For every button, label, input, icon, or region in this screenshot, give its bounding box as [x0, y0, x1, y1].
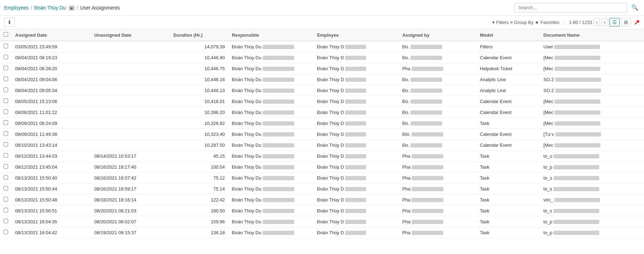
table-row: 08/13/2021 15:50:44 08/16/2021 18:59:17 …	[0, 183, 644, 194]
redacted-text	[412, 220, 443, 224]
list-view-button[interactable]: ☰	[609, 18, 620, 26]
row-checkbox[interactable]	[4, 142, 8, 147]
redacted-text	[263, 198, 294, 202]
redacted-text	[554, 45, 600, 49]
prev-page-button[interactable]: ‹	[594, 18, 600, 26]
unassigned-date-cell: 08/16/2021 18:59:17	[91, 183, 170, 194]
col-assigned-by[interactable]: Assigned by	[399, 29, 476, 41]
search-button[interactable]: 🔍	[630, 3, 640, 12]
col-employee[interactable]: Employee	[314, 29, 399, 41]
person-name-badge: ■	[69, 6, 75, 11]
row-checkbox[interactable]	[4, 186, 8, 190]
redacted-text	[345, 56, 366, 60]
col-responsible[interactable]: Responsible	[229, 29, 314, 41]
row-checkbox[interactable]	[4, 175, 8, 180]
col-assigned-date[interactable]: Assigned Date	[12, 29, 91, 41]
row-checkbox[interactable]	[4, 87, 8, 92]
assigned-by-cell: Đo.	[399, 41, 476, 52]
row-checkbox-cell[interactable]	[0, 205, 12, 216]
row-checkbox[interactable]	[4, 120, 8, 125]
col-duration[interactable]: Duration (Hr.)	[170, 29, 228, 41]
redacted-text	[263, 110, 294, 115]
assigned-date-cell: 08/06/2021 11:01:22	[12, 107, 91, 118]
redacted-text	[554, 231, 599, 235]
row-checkbox[interactable]	[4, 98, 8, 103]
row-checkbox-cell[interactable]	[0, 216, 12, 227]
row-checkbox-cell[interactable]	[0, 107, 12, 118]
assigned-date-cell: 08/09/2021 11:49:38	[12, 129, 91, 140]
grid-view-button[interactable]: ⊞	[621, 18, 631, 26]
row-checkbox[interactable]	[4, 219, 8, 223]
assigned-by-cell: Pha	[399, 162, 476, 173]
duration-cell: 10,297.50	[170, 140, 228, 151]
redacted-text	[345, 143, 366, 147]
row-checkbox-cell[interactable]	[0, 173, 12, 183]
assigned-by-cell: Đo.	[399, 52, 476, 63]
group-by-button[interactable]: ≡ Group By	[510, 20, 534, 25]
row-checkbox-cell[interactable]	[0, 85, 12, 96]
responsible-cell: Đoàn Thùy Du	[229, 205, 314, 216]
row-checkbox[interactable]	[4, 197, 8, 201]
favorites-label: Favorites	[540, 20, 559, 25]
filters-label: Filters	[496, 20, 508, 25]
unassigned-date-cell	[91, 118, 170, 129]
col-document-name[interactable]: Document Name	[540, 29, 644, 41]
row-checkbox[interactable]	[4, 164, 8, 169]
row-checkbox[interactable]	[4, 131, 8, 136]
row-checkbox-cell[interactable]	[0, 63, 12, 74]
row-checkbox[interactable]	[4, 55, 8, 59]
row-checkbox-cell[interactable]	[0, 74, 12, 85]
duration-cell: 10,446.13	[170, 85, 228, 96]
row-checkbox-cell[interactable]	[0, 118, 12, 129]
redacted-text	[263, 154, 294, 158]
unassigned-date-cell: 08/16/2021 18:17:40	[91, 162, 170, 173]
select-all-checkbox-header[interactable]	[0, 29, 12, 41]
unassigned-date-cell	[91, 52, 170, 63]
row-checkbox-cell[interactable]	[0, 151, 12, 162]
breadcrumb-person[interactable]: Đoàn Thùy Du ■	[34, 5, 75, 11]
row-checkbox[interactable]	[4, 208, 8, 212]
row-checkbox[interactable]	[4, 109, 8, 114]
row-checkbox-cell[interactable]	[0, 227, 12, 238]
model-cell: Task	[476, 151, 540, 162]
row-checkbox-cell[interactable]	[0, 96, 12, 107]
assigned-date-cell: 08/13/2021 15:50:51	[12, 205, 91, 216]
document-name-cell: SO.2	[540, 85, 644, 96]
favorites-button[interactable]: ★ Favorites	[535, 20, 559, 25]
row-checkbox[interactable]	[4, 77, 8, 81]
redacted-text	[554, 220, 599, 224]
table-container: Assigned Date Unassigned Date Duration (…	[0, 29, 644, 238]
table-row: 08/13/2021 16:04:42 08/19/2021 08:15:37 …	[0, 227, 644, 238]
responsible-cell: Đoàn Thùy Du	[229, 162, 314, 173]
redacted-text	[411, 143, 442, 147]
row-checkbox-cell[interactable]	[0, 194, 12, 205]
duration-cell: 75.14	[170, 183, 228, 194]
duration-cell: 122.42	[170, 194, 228, 205]
unassigned-date-cell: 08/14/2021 10:53:17	[91, 151, 170, 162]
next-page-button[interactable]: ›	[601, 18, 608, 26]
row-checkbox-cell[interactable]	[0, 183, 12, 194]
row-checkbox[interactable]	[4, 66, 8, 70]
row-checkbox[interactable]	[4, 44, 8, 48]
col-model[interactable]: Model	[476, 29, 540, 41]
breadcrumb-employees[interactable]: Employees	[4, 5, 29, 11]
redacted-text	[554, 209, 599, 213]
filters-button[interactable]: ▾ Filters	[492, 20, 508, 25]
redacted-text	[412, 187, 443, 191]
row-checkbox[interactable]	[4, 230, 8, 234]
redacted-text	[263, 99, 294, 104]
row-checkbox-cell[interactable]	[0, 162, 12, 173]
duration-cell: 159.96	[170, 216, 228, 227]
redacted-text	[411, 121, 442, 126]
download-button[interactable]: ⬇	[4, 18, 15, 27]
search-input[interactable]	[514, 3, 627, 12]
row-checkbox[interactable]	[4, 153, 8, 158]
row-checkbox-cell[interactable]	[0, 129, 12, 140]
row-checkbox-cell[interactable]	[0, 41, 12, 52]
redacted-text	[412, 165, 443, 169]
col-unassigned-date[interactable]: Unassigned Date	[91, 29, 170, 41]
select-all-checkbox[interactable]	[4, 32, 8, 37]
unassigned-date-cell: 08/18/2021 18:16:14	[91, 194, 170, 205]
row-checkbox-cell[interactable]	[0, 140, 12, 151]
row-checkbox-cell[interactable]	[0, 52, 12, 63]
